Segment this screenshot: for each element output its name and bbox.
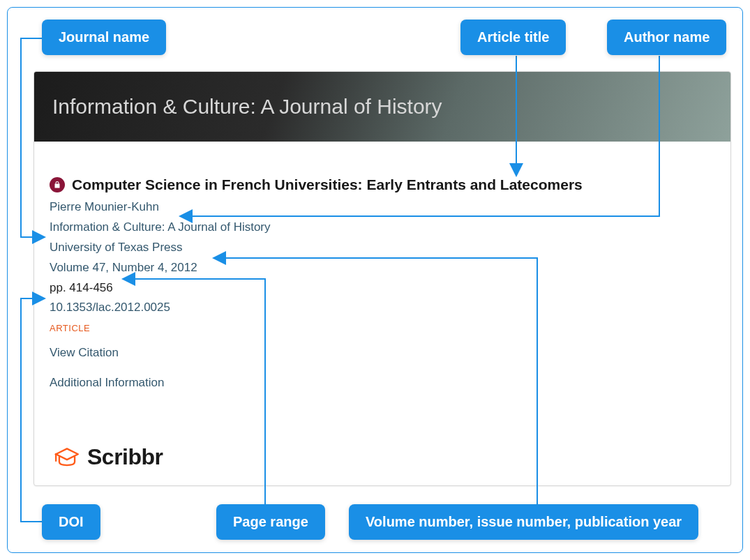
citation-content: Computer Science in French Universities:… <box>34 142 730 393</box>
view-citation-link[interactable]: View Citation <box>50 343 715 363</box>
doi-line: 10.1353/lac.2012.0025 <box>50 298 715 318</box>
brand-name: Scribbr <box>87 444 163 470</box>
citation-metadata: Pierre Mounier-Kuhn Information & Cultur… <box>50 197 715 393</box>
tag-page-range: Page range <box>216 504 325 540</box>
tag-journal-name: Journal name <box>42 20 166 55</box>
journal-line: Information & Culture: A Journal of Hist… <box>50 218 715 238</box>
article-title-row: Computer Science in French Universities:… <box>50 176 715 193</box>
tag-volume-issue-year: Volume number, issue number, publication… <box>349 504 698 540</box>
author-line: Pierre Mounier-Kuhn <box>50 197 715 218</box>
article-title: Computer Science in French Universities:… <box>72 176 583 193</box>
additional-info-link[interactable]: Additional Information <box>50 373 715 393</box>
volume-line: Volume 47, Number 4, 2012 <box>50 258 715 278</box>
brand-logo: Scribbr <box>54 444 163 470</box>
tag-author-name: Author name <box>607 20 726 55</box>
citation-card: Information & Culture: A Journal of Hist… <box>33 71 731 486</box>
publisher-line: University of Texas Press <box>50 238 715 258</box>
journal-banner: Information & Culture: A Journal of Hist… <box>34 72 730 142</box>
pages-line: pp. 414-456 <box>50 278 715 298</box>
lock-icon <box>50 177 65 192</box>
scribbr-cap-icon <box>54 446 80 469</box>
journal-banner-title: Information & Culture: A Journal of Hist… <box>52 95 442 119</box>
tag-doi: DOI <box>42 504 100 540</box>
article-type-badge: ARTICLE <box>50 321 715 336</box>
tag-article-title: Article title <box>460 20 566 55</box>
